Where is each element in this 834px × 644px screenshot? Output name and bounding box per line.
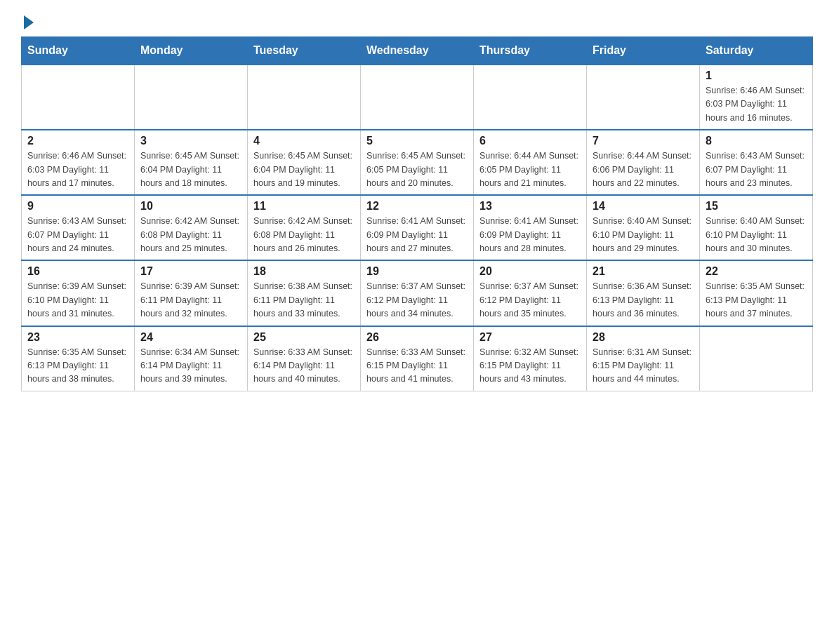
- day-number: 4: [253, 135, 355, 147]
- calendar-cell: 6Sunrise: 6:44 AM Sunset: 6:05 PM Daylig…: [474, 130, 587, 195]
- day-info: Sunrise: 6:37 AM Sunset: 6:12 PM Dayligh…: [366, 280, 468, 321]
- day-number: 6: [479, 135, 581, 147]
- calendar-cell: 18Sunrise: 6:38 AM Sunset: 6:11 PM Dayli…: [248, 260, 361, 326]
- calendar-cell: 4Sunrise: 6:45 AM Sunset: 6:04 PM Daylig…: [248, 130, 361, 195]
- day-number: 8: [706, 135, 807, 147]
- day-number: 10: [140, 200, 241, 213]
- calendar-cell: 17Sunrise: 6:39 AM Sunset: 6:11 PM Dayli…: [135, 260, 248, 326]
- day-number: 19: [366, 265, 468, 278]
- calendar-cell: [22, 65, 135, 130]
- calendar-cell: 9Sunrise: 6:43 AM Sunset: 6:07 PM Daylig…: [22, 195, 135, 260]
- day-info: Sunrise: 6:35 AM Sunset: 6:13 PM Dayligh…: [706, 280, 807, 321]
- day-number: 7: [593, 135, 694, 147]
- day-number: 14: [593, 200, 694, 213]
- header-friday: Friday: [587, 37, 700, 65]
- day-info: Sunrise: 6:46 AM Sunset: 6:03 PM Dayligh…: [706, 84, 807, 125]
- calendar-week-5: 23Sunrise: 6:35 AM Sunset: 6:13 PM Dayli…: [22, 326, 813, 391]
- calendar-week-2: 2Sunrise: 6:46 AM Sunset: 6:03 PM Daylig…: [22, 130, 813, 195]
- calendar-cell: 23Sunrise: 6:35 AM Sunset: 6:13 PM Dayli…: [22, 326, 135, 391]
- day-number: 25: [253, 331, 355, 344]
- calendar-cell: [587, 65, 700, 130]
- day-info: Sunrise: 6:31 AM Sunset: 6:15 PM Dayligh…: [593, 346, 694, 387]
- calendar-cell: 26Sunrise: 6:33 AM Sunset: 6:15 PM Dayli…: [361, 326, 474, 391]
- day-info: Sunrise: 6:39 AM Sunset: 6:11 PM Dayligh…: [140, 280, 241, 321]
- day-number: 28: [593, 331, 694, 344]
- calendar-cell: [474, 65, 587, 130]
- calendar-cell: 15Sunrise: 6:40 AM Sunset: 6:10 PM Dayli…: [700, 195, 813, 260]
- day-info: Sunrise: 6:44 AM Sunset: 6:05 PM Dayligh…: [479, 149, 581, 190]
- day-info: Sunrise: 6:40 AM Sunset: 6:10 PM Dayligh…: [706, 215, 807, 255]
- day-info: Sunrise: 6:46 AM Sunset: 6:03 PM Dayligh…: [27, 149, 128, 190]
- day-info: Sunrise: 6:34 AM Sunset: 6:14 PM Dayligh…: [140, 346, 241, 387]
- day-info: Sunrise: 6:33 AM Sunset: 6:14 PM Dayligh…: [253, 346, 355, 387]
- calendar-cell: [248, 65, 361, 130]
- day-info: Sunrise: 6:43 AM Sunset: 6:07 PM Dayligh…: [27, 215, 128, 255]
- header-tuesday: Tuesday: [248, 37, 361, 65]
- calendar-cell: 12Sunrise: 6:41 AM Sunset: 6:09 PM Dayli…: [361, 195, 474, 260]
- day-number: 11: [253, 200, 355, 213]
- day-number: 18: [253, 265, 355, 278]
- day-number: 21: [593, 265, 694, 278]
- day-number: 26: [366, 331, 468, 344]
- day-info: Sunrise: 6:43 AM Sunset: 6:07 PM Dayligh…: [706, 149, 807, 190]
- header-monday: Monday: [135, 37, 248, 65]
- day-number: 12: [366, 200, 468, 213]
- day-info: Sunrise: 6:37 AM Sunset: 6:12 PM Dayligh…: [479, 280, 581, 321]
- calendar-cell: [361, 65, 474, 130]
- calendar-cell: 1Sunrise: 6:46 AM Sunset: 6:03 PM Daylig…: [700, 65, 813, 130]
- day-number: 3: [140, 135, 241, 147]
- day-number: 24: [140, 331, 241, 344]
- calendar-cell: 11Sunrise: 6:42 AM Sunset: 6:08 PM Dayli…: [248, 195, 361, 260]
- calendar-cell: 24Sunrise: 6:34 AM Sunset: 6:14 PM Dayli…: [135, 326, 248, 391]
- day-info: Sunrise: 6:41 AM Sunset: 6:09 PM Dayligh…: [479, 215, 581, 255]
- calendar-week-4: 16Sunrise: 6:39 AM Sunset: 6:10 PM Dayli…: [22, 260, 813, 326]
- day-number: 27: [479, 331, 581, 344]
- day-number: 20: [479, 265, 581, 278]
- logo-arrow-icon: [24, 15, 34, 29]
- calendar-cell: [135, 65, 248, 130]
- day-info: Sunrise: 6:44 AM Sunset: 6:06 PM Dayligh…: [593, 149, 694, 190]
- day-info: Sunrise: 6:32 AM Sunset: 6:15 PM Dayligh…: [479, 346, 581, 387]
- day-info: Sunrise: 6:42 AM Sunset: 6:08 PM Dayligh…: [253, 215, 355, 255]
- calendar-week-3: 9Sunrise: 6:43 AM Sunset: 6:07 PM Daylig…: [22, 195, 813, 260]
- calendar-cell: 28Sunrise: 6:31 AM Sunset: 6:15 PM Dayli…: [587, 326, 700, 391]
- calendar-table: SundayMondayTuesdayWednesdayThursdayFrid…: [21, 36, 813, 391]
- calendar-cell: 7Sunrise: 6:44 AM Sunset: 6:06 PM Daylig…: [587, 130, 700, 195]
- calendar-cell: 5Sunrise: 6:45 AM Sunset: 6:05 PM Daylig…: [361, 130, 474, 195]
- calendar-cell: 10Sunrise: 6:42 AM Sunset: 6:08 PM Dayli…: [135, 195, 248, 260]
- day-info: Sunrise: 6:41 AM Sunset: 6:09 PM Dayligh…: [366, 215, 468, 255]
- day-number: 15: [706, 200, 807, 213]
- calendar-cell: 14Sunrise: 6:40 AM Sunset: 6:10 PM Dayli…: [587, 195, 700, 260]
- day-number: 1: [706, 69, 807, 82]
- day-number: 22: [706, 265, 807, 278]
- calendar-cell: 21Sunrise: 6:36 AM Sunset: 6:13 PM Dayli…: [587, 260, 700, 326]
- calendar-cell: 13Sunrise: 6:41 AM Sunset: 6:09 PM Dayli…: [474, 195, 587, 260]
- calendar-cell: 25Sunrise: 6:33 AM Sunset: 6:14 PM Dayli…: [248, 326, 361, 391]
- header-wednesday: Wednesday: [361, 37, 474, 65]
- calendar-cell: 2Sunrise: 6:46 AM Sunset: 6:03 PM Daylig…: [22, 130, 135, 195]
- day-info: Sunrise: 6:36 AM Sunset: 6:13 PM Dayligh…: [593, 280, 694, 321]
- day-info: Sunrise: 6:38 AM Sunset: 6:11 PM Dayligh…: [253, 280, 355, 321]
- day-number: 2: [27, 135, 128, 147]
- day-number: 9: [27, 200, 128, 213]
- calendar-cell: [700, 326, 813, 391]
- calendar-week-1: 1Sunrise: 6:46 AM Sunset: 6:03 PM Daylig…: [22, 65, 813, 130]
- day-number: 17: [140, 265, 241, 278]
- day-info: Sunrise: 6:35 AM Sunset: 6:13 PM Dayligh…: [27, 346, 128, 387]
- day-number: 5: [366, 135, 468, 147]
- day-info: Sunrise: 6:40 AM Sunset: 6:10 PM Dayligh…: [593, 215, 694, 255]
- day-info: Sunrise: 6:39 AM Sunset: 6:10 PM Dayligh…: [27, 280, 128, 321]
- header-saturday: Saturday: [700, 37, 813, 65]
- day-info: Sunrise: 6:45 AM Sunset: 6:05 PM Dayligh…: [366, 149, 468, 190]
- header-sunday: Sunday: [22, 37, 135, 65]
- calendar-header-row: SundayMondayTuesdayWednesdayThursdayFrid…: [22, 37, 813, 65]
- page-header: [21, 14, 813, 29]
- day-info: Sunrise: 6:42 AM Sunset: 6:08 PM Dayligh…: [140, 215, 241, 255]
- logo: [21, 14, 49, 29]
- day-info: Sunrise: 6:45 AM Sunset: 6:04 PM Dayligh…: [140, 149, 241, 190]
- day-number: 13: [479, 200, 581, 213]
- day-number: 16: [27, 265, 128, 278]
- calendar-cell: 27Sunrise: 6:32 AM Sunset: 6:15 PM Dayli…: [474, 326, 587, 391]
- calendar-cell: 20Sunrise: 6:37 AM Sunset: 6:12 PM Dayli…: [474, 260, 587, 326]
- calendar-cell: 22Sunrise: 6:35 AM Sunset: 6:13 PM Dayli…: [700, 260, 813, 326]
